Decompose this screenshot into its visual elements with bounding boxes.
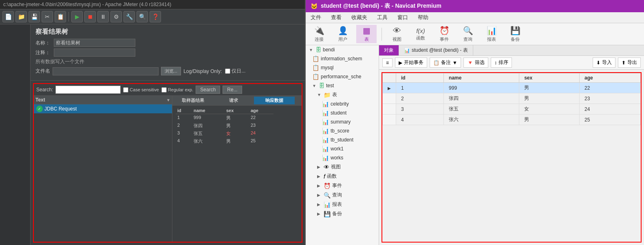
only-checkbox-label[interactable]: 仅日... bbox=[225, 68, 245, 75]
copy-btn[interactable]: 📋 bbox=[55, 11, 66, 22]
search-input[interactable] bbox=[55, 86, 121, 94]
row2-sex[interactable]: 男 bbox=[519, 93, 580, 104]
tree-info-schema[interactable]: 📋 information_schem bbox=[306, 54, 379, 63]
case-sensitive-label[interactable]: Case sensitive bbox=[123, 87, 159, 93]
menu-favorites[interactable]: 收藏夹 bbox=[350, 13, 369, 22]
tree-functions-folder[interactable]: ▶ f 函数 bbox=[306, 172, 379, 181]
user-btn[interactable]: 👤 用户 bbox=[333, 25, 353, 43]
tree-summary[interactable]: 📊 summary bbox=[306, 117, 379, 126]
row4-name[interactable]: 张六 bbox=[444, 115, 519, 125]
filename-input[interactable] bbox=[53, 67, 159, 75]
help-btn[interactable]: ❓ bbox=[150, 11, 161, 22]
browse-button[interactable]: 浏览... bbox=[161, 67, 181, 75]
filter-btn[interactable]: 🔻 筛选 bbox=[463, 57, 488, 68]
tree-views-folder[interactable]: ▶ 👁 视图 bbox=[306, 162, 379, 172]
tab-student-table[interactable]: 📊 student @test (bendi) - 表 bbox=[399, 45, 473, 55]
row1-age[interactable]: 22 bbox=[579, 83, 640, 93]
navicat-menu-bar: 文件 查看 收藏夹 工具 窗口 帮助 bbox=[306, 12, 644, 23]
table-row[interactable]: 4 张六 男 25 bbox=[383, 115, 641, 125]
reset-button[interactable]: Re... bbox=[223, 86, 242, 94]
tab-objects[interactable]: 对象 bbox=[379, 45, 399, 55]
new-btn[interactable]: 📄 bbox=[2, 11, 14, 22]
notes-btn[interactable]: 📋 备注 ▼ bbox=[430, 57, 461, 68]
tree-tb-score[interactable]: 📊 tb_score bbox=[306, 126, 379, 135]
regex-label[interactable]: Regular exp. bbox=[161, 87, 193, 93]
case-sensitive-checkbox[interactable] bbox=[123, 87, 128, 93]
row3-name[interactable]: 张五 bbox=[444, 104, 519, 115]
connect-btn[interactable]: 🔌 连接 bbox=[309, 25, 329, 43]
import-btn[interactable]: ⬇ 导入 bbox=[593, 57, 615, 68]
row3-age[interactable]: 24 bbox=[579, 104, 640, 115]
tree-events-folder[interactable]: ▶ ⏰ 事件 bbox=[306, 181, 379, 190]
tree-tb-student[interactable]: 📊 tb_student bbox=[306, 135, 379, 144]
tree-tables-folder[interactable]: ▼ 📁 表 bbox=[306, 90, 379, 99]
row4-id[interactable]: 4 bbox=[396, 115, 444, 125]
col-request[interactable]: 请求 bbox=[213, 97, 254, 104]
menu-view[interactable]: 查看 bbox=[329, 13, 343, 22]
row3-id[interactable]: 3 bbox=[396, 104, 444, 115]
cell-r2-id: 2 bbox=[176, 122, 192, 130]
menu-window[interactable]: 窗口 bbox=[396, 13, 410, 22]
table-row[interactable]: 3 张五 女 24 bbox=[383, 104, 641, 115]
tree-mysql[interactable]: 📋 mysql bbox=[306, 63, 379, 72]
tree-backups-folder[interactable]: ▶ 💾 备份 bbox=[306, 209, 379, 219]
row1-name[interactable]: 999 bbox=[444, 83, 519, 93]
tree-student[interactable]: 📊 student bbox=[306, 108, 379, 117]
pause-btn[interactable]: ⏸ bbox=[97, 11, 109, 22]
open-btn[interactable]: 📁 bbox=[15, 11, 27, 22]
celebrity-label: celebrity bbox=[331, 101, 349, 107]
th-id[interactable]: id bbox=[396, 73, 444, 83]
begin-transaction-btn[interactable]: ▶ 开始事务 bbox=[395, 57, 427, 68]
row4-age[interactable]: 25 bbox=[579, 115, 640, 125]
menu-icon-btn[interactable]: ≡ bbox=[382, 58, 393, 67]
settings-btn[interactable]: ⚙ bbox=[110, 11, 122, 22]
export-btn[interactable]: ⬆ 导出 bbox=[618, 57, 641, 68]
menu-help[interactable]: 帮助 bbox=[416, 13, 430, 22]
tree-reports-folder[interactable]: ▶ 📊 报表 bbox=[306, 200, 379, 209]
th-name[interactable]: name bbox=[444, 73, 519, 83]
th-age[interactable]: age bbox=[579, 73, 640, 83]
event-btn[interactable]: ⏰ 事件 bbox=[434, 25, 454, 43]
tree-performance[interactable]: 📋 performance_sche bbox=[306, 72, 379, 81]
query-btn[interactable]: 🔍 查询 bbox=[458, 25, 478, 43]
only-checkbox[interactable] bbox=[225, 68, 230, 74]
tree-test[interactable]: ▼ 🗄 test bbox=[306, 81, 379, 90]
col-sampler[interactable]: 取样器结果 bbox=[172, 97, 213, 104]
tree-works[interactable]: 📊 works bbox=[306, 153, 379, 162]
comment-input[interactable] bbox=[54, 49, 135, 57]
col-response[interactable]: 响应数据 bbox=[254, 97, 295, 104]
menu-tools[interactable]: 工具 bbox=[375, 13, 389, 22]
row3-sex[interactable]: 女 bbox=[519, 104, 580, 115]
row2-name[interactable]: 张四 bbox=[444, 93, 519, 104]
regex-checkbox[interactable] bbox=[161, 87, 167, 93]
tree-queries-folder[interactable]: ▶ 🔍 查询 bbox=[306, 190, 379, 200]
backup-btn[interactable]: 💾 备份 bbox=[505, 25, 525, 43]
save-btn[interactable]: 💾 bbox=[29, 11, 40, 22]
name-input[interactable] bbox=[54, 39, 135, 47]
menu-file[interactable]: 文件 bbox=[309, 13, 323, 22]
stop-btn[interactable]: ⏹ bbox=[84, 11, 96, 22]
sort-btn[interactable]: ↕ 排序 bbox=[491, 57, 512, 68]
search-button[interactable]: Search bbox=[196, 86, 220, 94]
table-btn[interactable]: ▦ 表 bbox=[356, 25, 377, 43]
tree-root-bendi[interactable]: ▼ 🗄 bendi bbox=[306, 45, 379, 54]
jdbc-request-item[interactable]: ✓ JDBC Request bbox=[34, 104, 172, 113]
report-btn[interactable]: 📊 报表 bbox=[481, 25, 502, 43]
table-row[interactable]: 2 张四 男 23 bbox=[383, 93, 641, 104]
row4-sex[interactable]: 男 bbox=[519, 115, 580, 125]
row1-sex[interactable]: 男 bbox=[519, 83, 580, 93]
tree-celebrity[interactable]: 📊 celebrity bbox=[306, 99, 379, 108]
row2-id[interactable]: 2 bbox=[396, 93, 444, 104]
func-btn[interactable]: f(x) 函数 bbox=[410, 26, 431, 42]
row1-id[interactable]: 1 bbox=[396, 83, 444, 93]
cut-btn[interactable]: ✂ bbox=[42, 11, 53, 22]
run-btn[interactable]: ▶ bbox=[71, 11, 83, 22]
zoom-btn[interactable]: 🔍 bbox=[137, 11, 148, 22]
remote-btn[interactable]: 🔧 bbox=[124, 11, 135, 22]
tree-work1[interactable]: 📊 work1 bbox=[306, 144, 379, 153]
table-row[interactable]: 1 999 男 22 bbox=[383, 83, 641, 93]
th-sex[interactable]: sex bbox=[519, 73, 580, 83]
works-icon: 📊 bbox=[322, 155, 329, 161]
row2-age[interactable]: 23 bbox=[579, 93, 640, 104]
view-btn[interactable]: 👁 视图 bbox=[387, 25, 407, 43]
